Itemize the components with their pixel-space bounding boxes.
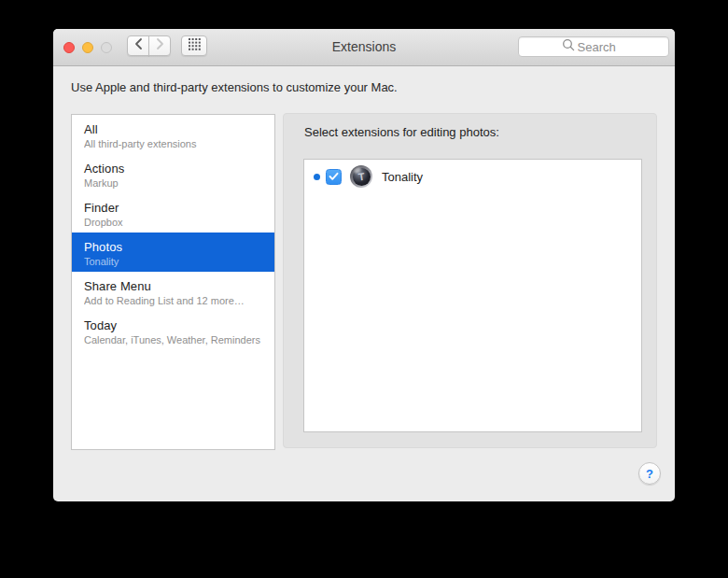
extension-categories-list: All All third-party extensions Actions M…	[71, 114, 275, 450]
search-input[interactable]	[578, 40, 626, 54]
category-subtitle: All third-party extensions	[84, 137, 267, 150]
intro-text: Use Apple and third-party extensions to …	[71, 80, 398, 94]
category-title: Actions	[84, 161, 267, 176]
search-icon	[562, 38, 578, 55]
help-button[interactable]: ?	[638, 462, 661, 485]
question-mark-icon: ?	[646, 467, 653, 481]
category-subtitle: Add to Reading List and 12 more…	[84, 294, 267, 307]
photos-extensions-panel: Select extensions for editing photos: T …	[283, 113, 657, 448]
category-subtitle: Markup	[84, 176, 267, 190]
category-subtitle: Tonality	[84, 255, 267, 268]
close-button[interactable]	[63, 42, 75, 53]
zoom-button[interactable]	[101, 42, 112, 53]
category-title: Today	[84, 317, 267, 333]
extension-row-tonality[interactable]: T Tonality	[304, 160, 641, 193]
title-bar[interactable]: Extensions	[53, 29, 675, 66]
minimize-button[interactable]	[82, 42, 93, 53]
traffic-lights	[63, 42, 112, 53]
category-subtitle: Dropbox	[84, 216, 267, 229]
search-field[interactable]	[518, 36, 669, 57]
update-indicator-dot	[314, 174, 320, 180]
sidebar-item-actions[interactable]: Actions Markup	[72, 154, 274, 193]
sidebar-item-photos[interactable]: Photos Tonality	[72, 233, 274, 272]
extensions-preference-window: Extensions Use Apple and third-party ext…	[53, 29, 675, 501]
back-button[interactable]	[127, 35, 149, 56]
chevron-left-icon	[133, 37, 144, 54]
sidebar-item-finder[interactable]: Finder Dropbox	[72, 193, 274, 233]
sidebar-item-today[interactable]: Today Calendar, iTunes, Weather, Reminde…	[72, 311, 274, 350]
chevron-right-icon	[155, 37, 165, 54]
category-subtitle: Calendar, iTunes, Weather, Reminders	[84, 333, 267, 346]
category-title: Finder	[84, 200, 267, 216]
checkmark-icon	[329, 168, 339, 185]
extension-name: Tonality	[382, 170, 423, 184]
extensions-list: T Tonality	[303, 159, 642, 432]
sidebar-item-all[interactable]: All All third-party extensions	[72, 115, 274, 154]
sidebar-item-share-menu[interactable]: Share Menu Add to Reading List and 12 mo…	[72, 272, 274, 311]
category-title: Share Menu	[84, 278, 267, 294]
grid-icon	[189, 37, 201, 54]
tonality-checkbox[interactable]	[326, 169, 342, 185]
tonality-app-icon: T	[350, 165, 372, 188]
forward-button[interactable]	[148, 35, 171, 56]
category-title: Photos	[84, 239, 267, 255]
category-title: All	[84, 121, 267, 137]
navigation-buttons	[127, 35, 171, 56]
panel-label: Select extensions for editing photos:	[304, 125, 499, 139]
show-all-button[interactable]	[181, 35, 207, 56]
